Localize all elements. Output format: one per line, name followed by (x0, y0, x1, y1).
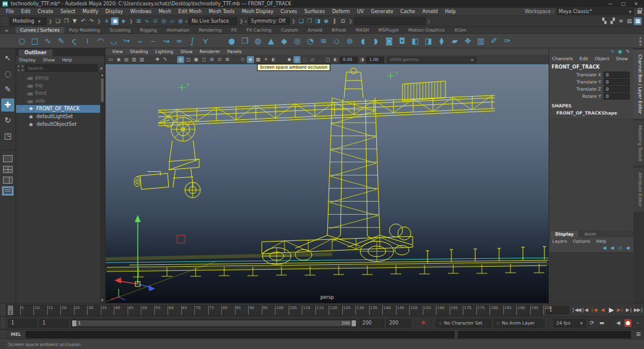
shadows-icon[interactable]: ◐ (270, 56, 277, 63)
wireframe-icon[interactable]: ◇ (239, 56, 246, 63)
shelf-tab[interactable]: Bifrost (327, 27, 351, 33)
shelf-tab[interactable]: Animation (162, 27, 194, 33)
layer-menu-item[interactable]: Help (593, 239, 609, 244)
playback-loop-icon[interactable]: ⟳ (588, 319, 596, 327)
layout-persp-outliner-button[interactable] (3, 177, 13, 184)
shelf-tab[interactable]: MSPlugin (374, 27, 404, 33)
anti-alias-icon[interactable]: ▱ (309, 56, 316, 63)
channel-box-menu-item[interactable]: Object (592, 56, 612, 63)
surface-fillet-icon[interactable]: ❖ (462, 35, 474, 47)
character-set-select[interactable]: ▽ No Character Set (436, 319, 491, 328)
ep-curve-icon[interactable]: ✎ (55, 35, 67, 47)
layer-menu-item[interactable]: Options (570, 239, 593, 244)
playback-start-field[interactable]: 1 (39, 319, 69, 328)
extend-curve-icon[interactable]: ↝ (160, 35, 172, 47)
outliner-item[interactable]: side (16, 97, 104, 105)
chevron-down-icon[interactable]: ▼ (100, 66, 103, 70)
channel-label[interactable]: Translate Y (549, 79, 603, 85)
animation-end-field[interactable]: 200 (386, 319, 411, 328)
menu-item[interactable]: Edit (17, 9, 34, 14)
outliner-item[interactable]: ◉ defaultLightSet (16, 113, 104, 121)
viewport-menu-item[interactable]: View (109, 49, 126, 54)
select-object-icon[interactable]: ▣ (111, 17, 119, 25)
menu-set-select[interactable]: Modeling ▼ (10, 17, 47, 25)
playback-end-field[interactable]: 200 (360, 319, 384, 328)
menu-item[interactable]: File (2, 9, 17, 14)
menu-item[interactable]: Cache (397, 9, 419, 14)
menu-item[interactable]: Mesh Tools (205, 9, 238, 14)
detach-curves-icon[interactable]: ⌢ (147, 35, 159, 47)
menu-item[interactable]: Windows (126, 9, 155, 14)
resolution-gate-icon[interactable]: ▣ (193, 56, 200, 63)
viewport-icon[interactable] (317, 56, 324, 63)
nurbs-torus-icon[interactable]: ◎ (291, 35, 304, 47)
viewport-menu-item[interactable]: Renderer (197, 49, 223, 54)
chevron-right-icon[interactable]: ❭ (427, 19, 430, 23)
menu-item[interactable]: Select (57, 9, 79, 14)
viewport-menu-item[interactable]: Show (178, 49, 196, 54)
outliner-menu-item[interactable]: Display (16, 57, 39, 63)
drag-grip[interactable] (1, 318, 5, 328)
select-component-icon[interactable]: ◈ (119, 17, 127, 25)
colorspace-select[interactable]: sRGB gamma ▼ (387, 57, 476, 63)
side-tab[interactable]: Attribute Editor (633, 168, 644, 212)
nurbs-cube-icon[interactable]: ❒ (239, 35, 251, 47)
layer-list[interactable] (550, 252, 633, 302)
playblast-icon[interactable]: ▬ (598, 319, 606, 327)
snap-view-plane-icon[interactable]: ▱ (168, 17, 176, 25)
fps-select[interactable]: 24 fps ▼ (553, 319, 586, 328)
image-plane-icon[interactable]: ▧ (138, 56, 145, 63)
menu-item[interactable]: Help (441, 9, 459, 14)
new-layer-selected-icon[interactable]: ◀ (609, 245, 615, 251)
shelf-tool-icon[interactable] (212, 35, 225, 47)
script-editor-icon[interactable]: ⊞ (634, 331, 642, 338)
open-scene-icon[interactable]: ❐ (63, 17, 70, 25)
shelf-tab[interactable]: FX Caching (242, 27, 276, 33)
menu-item[interactable]: Mesh Display (238, 9, 277, 14)
gate-mask-icon[interactable]: ◻ (200, 56, 208, 63)
menu-item[interactable]: Arnold (419, 9, 441, 14)
shelf-tab[interactable]: Motion Graphics (404, 27, 450, 33)
textured-icon[interactable]: ▩ (255, 56, 262, 63)
pencil-icon[interactable]: ✎ (625, 49, 631, 55)
step-forward-frame-button[interactable]: ▶❘ (625, 306, 633, 314)
nurbs-sphere-icon[interactable]: ● (225, 35, 238, 47)
channel-value-field[interactable]: 0 (603, 72, 630, 78)
safe-action-icon[interactable]: ⊡ (216, 56, 223, 63)
channel-label[interactable]: Translate X (549, 72, 603, 78)
layout-outliner-persp-button[interactable] (3, 187, 13, 194)
shelf-tab[interactable]: Custom (276, 27, 303, 33)
animation-start-field[interactable]: 1 (8, 319, 38, 328)
redo-icon[interactable]: ↷ (88, 17, 95, 25)
channel-value-field[interactable]: 0 (603, 86, 630, 92)
go-to-end-button[interactable]: ▶▶❘ (634, 306, 642, 314)
smooth-shade-icon[interactable]: ● (247, 56, 254, 63)
toggle-modeling-toolkit-icon[interactable]: ▚ (600, 17, 608, 25)
sculpt-surfaces-icon[interactable]: ✐ (488, 35, 500, 47)
attach-curves-icon[interactable]: ⌣ (134, 35, 146, 47)
channel-label[interactable]: Translate Z (549, 87, 603, 92)
extrude-icon[interactable]: ⊚ (343, 35, 356, 47)
minimize-button[interactable]: — (608, 1, 613, 7)
drag-grip[interactable] (1, 341, 5, 348)
command-input[interactable] (26, 331, 454, 338)
menu-item[interactable]: Edit Mesh (175, 9, 205, 14)
outliner-item[interactable]: top (16, 82, 104, 89)
safe-title-icon[interactable]: ⊠ (224, 56, 231, 63)
outliner-search-input[interactable] (25, 64, 98, 72)
shelf-scroll[interactable]: ▲●▼ (638, 36, 644, 47)
shelf-tab[interactable]: FX (227, 27, 242, 33)
outliner-scrollbar[interactable]: ▲ ▼ (100, 73, 104, 303)
outliner-item[interactable]: + ✚ FRONT_OF_TRACK (16, 105, 104, 113)
channel-value-field[interactable]: 0 (603, 93, 630, 100)
snap-projected-center-icon[interactable]: ◎ (160, 17, 168, 25)
close-button[interactable]: ✕ (634, 1, 638, 7)
motion-blur-icon[interactable]: ◌ (301, 56, 308, 63)
make-live-icon[interactable]: ◍ (177, 17, 184, 25)
select-tool-icon[interactable]: ↖ (1, 52, 14, 65)
shelf-menu-icon[interactable]: ≡ (2, 28, 11, 33)
lock-icon[interactable] (637, 10, 642, 14)
toggle-tool-settings-icon[interactable]: ▤ (626, 17, 633, 25)
shelf-tab[interactable]: Poly Modeling (64, 27, 105, 33)
time-ruler[interactable]: 5101520253035404550556065707580859095100… (6, 305, 544, 316)
